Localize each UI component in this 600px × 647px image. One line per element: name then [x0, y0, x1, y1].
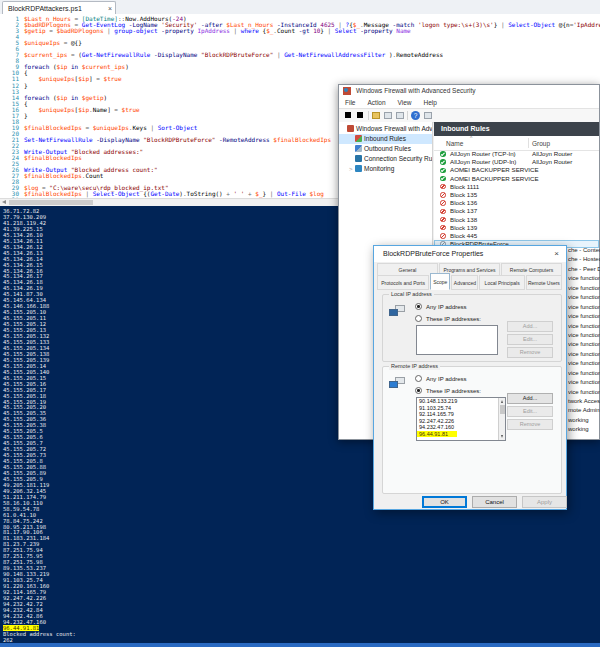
- firewall-rule-row[interactable]: Block 445: [434, 232, 599, 240]
- editor-tab-bar: BlockRDPAttackers.ps1 ×: [0, 0, 600, 15]
- export-list-icon[interactable]: [372, 112, 380, 119]
- rule-blocked-icon: [440, 192, 446, 198]
- toolbar-separator: [368, 111, 369, 120]
- menu-item-file[interactable]: File: [339, 97, 361, 108]
- clipped-rule-text: mote Admin: [568, 406, 600, 415]
- clipped-rule-text: working: [568, 416, 600, 425]
- clipped-rule-text: vice function: [568, 331, 600, 340]
- clipped-rule-text: vice function: [568, 378, 600, 387]
- dialog-titlebar[interactable]: BlockRDPBruteForce Properties ×: [374, 246, 566, 262]
- list-column-headers: Name ^ Group: [434, 136, 599, 151]
- tab-scope[interactable]: Scope: [430, 273, 450, 290]
- powershell-ise-window: BlockRDPAttackers.ps1 × 1$Last_n_Hours =…: [0, 0, 600, 647]
- firewall-menubar: FileActionViewHelp: [339, 97, 599, 109]
- show-console-tree-icon[interactable]: [384, 112, 392, 119]
- clipped-rules-column: che - Contenche - Hostedche - Peer Divic…: [568, 246, 600, 436]
- remote-these-ip-label: These IP addresses:: [426, 387, 481, 395]
- sort-ascending-icon: ^: [470, 135, 472, 141]
- rule-allowed-icon: [440, 176, 446, 182]
- local-any-ip-radio[interactable]: [415, 303, 422, 310]
- clipped-rule-text: vice function: [568, 274, 600, 283]
- ok-button[interactable]: OK: [422, 496, 467, 508]
- listbox-scrollbar[interactable]: [498, 398, 505, 440]
- edit-button: Edit...: [507, 406, 553, 417]
- column-divider[interactable]: [528, 138, 529, 148]
- clipped-rule-text: vice function: [568, 293, 600, 302]
- help-icon[interactable]: ?: [411, 111, 420, 120]
- firewall-rule-row[interactable]: Block 139: [434, 224, 599, 232]
- scroll-left-icon[interactable]: [2, 200, 6, 204]
- tree-item-outbound-rules[interactable]: Outbound Rules: [339, 144, 432, 154]
- firewall-rule-row[interactable]: Block 138: [434, 216, 599, 224]
- editor-tab-title: BlockRDPAttackers.ps1: [8, 5, 82, 12]
- rule-allowed-icon: [440, 151, 446, 157]
- list-view-header: Inbound Rules: [434, 122, 599, 136]
- tab-remote-users[interactable]: Remote Users: [526, 275, 562, 290]
- tree-item-inbound-rules[interactable]: Inbound Rules: [339, 134, 432, 144]
- clipped-rule-text: vice function: [568, 340, 600, 349]
- firewall-rule-row[interactable]: AOMEI BACKUPPER SERVICE: [434, 175, 599, 183]
- toolbar-separator: [407, 111, 408, 120]
- firewall-rule-row[interactable]: AllJoyn Router (TCP-In)AllJoyn Router: [434, 150, 599, 158]
- dialog-title: BlockRDPBruteForce Properties: [383, 246, 483, 262]
- rule-blocked-icon: [440, 200, 446, 206]
- console-bottom-strip: [0, 643, 600, 647]
- clipped-rule-text: working: [568, 425, 600, 434]
- clipped-rule-text: vice function: [568, 369, 600, 378]
- clipped-rule-text: vice function: [568, 303, 600, 312]
- scroll-down-icon[interactable]: [501, 435, 503, 438]
- firewall-toolbar: ?: [339, 109, 599, 123]
- remote-any-ip-label: Any IP address: [426, 375, 467, 383]
- scrollbar-thumb[interactable]: [500, 405, 505, 414]
- menu-item-action[interactable]: Action: [361, 97, 391, 108]
- tree-item-monitoring[interactable]: >Monitoring: [339, 164, 432, 174]
- remote-ip-group-title: Remote IP address: [389, 363, 440, 370]
- firewall-rule-row[interactable]: Block 1111: [434, 183, 599, 191]
- show-action-pane-icon[interactable]: [396, 112, 404, 119]
- menu-item-help[interactable]: Help: [418, 97, 443, 108]
- rule-blocked-icon: [440, 217, 446, 223]
- ip-list-item[interactable]: 96.44.91.81: [417, 431, 457, 438]
- tree-item-connection-security-rules[interactable]: Connection Security Rules: [339, 154, 432, 164]
- menu-item-view[interactable]: View: [392, 97, 418, 108]
- tab-protocols-and-ports[interactable]: Protocols and Ports: [377, 275, 429, 290]
- firewall-window-titlebar[interactable]: Windows Firewall with Advanced Security: [339, 85, 599, 97]
- firewall-rule-row[interactable]: Block 137: [434, 207, 599, 215]
- local-these-ip-radio[interactable]: [415, 315, 422, 322]
- tree-item-windows-firewall-with-advanc[interactable]: Windows Firewall with Advanc: [339, 124, 432, 134]
- scroll-up-icon[interactable]: [501, 400, 503, 403]
- column-header-name[interactable]: Name: [446, 140, 463, 147]
- tab-local-principals[interactable]: Local Principals: [479, 275, 524, 290]
- back-icon[interactable]: [345, 112, 351, 118]
- rule-blocked-icon: [440, 209, 446, 215]
- clipped-rule-text: vice function: [568, 322, 600, 331]
- local-ip-group-title: Local IP address: [389, 291, 434, 298]
- forward-icon[interactable]: [357, 112, 363, 118]
- remote-these-ip-radio[interactable]: [415, 387, 422, 394]
- panel-icon[interactable]: [424, 112, 432, 119]
- remote-any-ip-radio[interactable]: [415, 375, 422, 382]
- firewall-rule-row[interactable]: AOMEI BACKUPPER SERVICE: [434, 166, 599, 174]
- cancel-button[interactable]: Cancel: [472, 496, 517, 508]
- firewall-rule-row[interactable]: AllJoyn Router (UDP-In)AllJoyn Router: [434, 158, 599, 166]
- firewall-rule-row[interactable]: Block 135: [434, 191, 599, 199]
- local-ip-groupbox: Local IP address Any IP address These IP…: [382, 294, 562, 362]
- column-header-group[interactable]: Group: [532, 140, 550, 147]
- remote-ip-listbox[interactable]: 90.148.133.21991.103.25.7492.114.165.799…: [416, 397, 506, 441]
- firewall-rule-row[interactable]: Block 136: [434, 199, 599, 207]
- tab-advanced[interactable]: Advanced: [451, 275, 478, 290]
- connection-security-icon: [355, 155, 362, 162]
- local-computer-icon: [389, 305, 406, 318]
- local-ip-listbox[interactable]: [416, 325, 498, 355]
- ip-list-item[interactable]: 94.232.47.160: [417, 424, 498, 431]
- clipped-rule-text: vice function: [568, 284, 600, 293]
- add-button: Add...: [507, 321, 553, 332]
- edit-button: Edit...: [507, 334, 553, 345]
- local-any-ip-label: Any IP address: [426, 303, 467, 311]
- clipped-rule-text: vice function: [568, 350, 600, 359]
- scrollbar-thumb[interactable]: [9, 200, 93, 205]
- dialog-close-icon[interactable]: ×: [554, 246, 559, 262]
- rule-allowed-icon: [440, 168, 446, 174]
- add-button[interactable]: Add...: [507, 393, 553, 404]
- editor-tab[interactable]: BlockRDPAttackers.ps1 ×: [2, 1, 116, 14]
